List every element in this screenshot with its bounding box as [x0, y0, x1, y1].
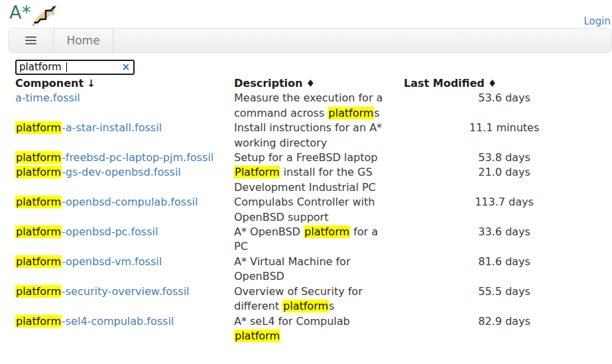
sort-diamond-icon: ♦ — [306, 78, 314, 90]
last-modified: 53.6 days — [404, 91, 605, 105]
component-description: A* seL4 for Compulab platform — [234, 314, 384, 344]
sort-down-arrow-icon: ↓ — [87, 78, 95, 90]
search-highlight: platform — [15, 225, 62, 238]
last-modified: 81.6 days — [404, 255, 605, 269]
column-header-last-modified[interactable]: Last Modified♦ — [404, 76, 605, 91]
search-highlight: platform — [15, 315, 62, 328]
component-description: A* OpenBSD platform for a PC — [234, 225, 384, 255]
search-highlight: platform — [234, 330, 280, 342]
main-menu: Home — [8, 28, 612, 53]
search-highlight: platform — [15, 151, 62, 164]
svg-text:s: s — [32, 22, 34, 27]
table-row: platform-freebsd-pc-laptop-pjm.fossil Se… — [15, 151, 612, 165]
last-modified: 33.6 days — [404, 225, 605, 239]
last-modified: 21.0 days — [404, 165, 605, 180]
login-link[interactable]: Login — [584, 15, 611, 27]
table-row: a-time.fossil Measure the execution for … — [15, 91, 612, 121]
component-description: Overview of Security for different platf… — [234, 284, 384, 314]
logo-text: A* — [9, 2, 31, 23]
search-highlight: platform — [15, 196, 62, 208]
last-modified: 113.7 days — [404, 195, 605, 210]
component-link[interactable]: platform-gs-dev-openbsd.fossil — [15, 166, 181, 178]
search-highlight: platform — [282, 300, 329, 312]
last-modified: 11.1 minutes — [404, 121, 605, 135]
component-link[interactable]: platform-openbsd-pc.fossil — [15, 225, 158, 238]
a-star-pathfinding-icon: s t — [32, 5, 58, 26]
sort-diamond-icon: ♦ — [488, 78, 497, 90]
table-row: platform-security-overview.fossil Overvi… — [15, 284, 612, 314]
text-caret — [66, 62, 67, 72]
component-link[interactable]: platform-sel4-compulab.fossil — [15, 315, 174, 328]
menu-spacer — [113, 29, 611, 52]
component-description: Measure the execution for a command acro… — [234, 91, 384, 121]
site-header: A* s t Login — [0, 0, 612, 28]
component-link[interactable]: a-time.fossil — [15, 91, 80, 104]
component-description: A* Virtual Machine for OpenBSD — [234, 255, 384, 284]
table-row: platform-sel4-compulab.fossil A* seL4 fo… — [15, 314, 612, 344]
search-highlight: platform — [328, 107, 374, 119]
column-header-description[interactable]: Description♦ — [234, 76, 404, 91]
component-description: Install instructions for an A* working d… — [234, 121, 384, 151]
search-highlight: platform — [304, 225, 350, 238]
table-row: platform-openbsd-compulab.fossil Compula… — [15, 195, 612, 225]
search-box: × — [15, 60, 135, 75]
table-row: platform-a-star-install.fossil Install i… — [15, 121, 612, 151]
search-highlight: platform — [15, 166, 62, 178]
component-description: Compulabs Controller with OpenBSD suppor… — [234, 195, 384, 225]
search-highlight: platform — [15, 255, 62, 268]
table-body: a-time.fossil Measure the execution for … — [15, 91, 612, 343]
table-row: platform-openbsd-vm.fossil A* Virtual Ma… — [15, 255, 612, 284]
component-link[interactable]: platform-freebsd-pc-laptop-pjm.fossil — [15, 151, 214, 164]
clear-search-icon[interactable]: × — [121, 60, 130, 74]
component-link[interactable]: platform-security-overview.fossil — [15, 285, 190, 298]
last-modified: 55.5 days — [404, 284, 605, 299]
menu-toggle-button[interactable] — [9, 29, 54, 52]
component-description: Setup for a FreeBSD laptop — [234, 151, 384, 165]
search-highlight: Platform — [234, 166, 280, 178]
table-row: platform-openbsd-pc.fossil A* OpenBSD pl… — [15, 225, 612, 255]
component-link[interactable]: platform-a-star-install.fossil — [15, 121, 162, 134]
site-logo[interactable]: A* s t — [9, 2, 58, 26]
column-header-component[interactable]: Component↓ — [15, 76, 234, 91]
last-modified: 82.9 days — [404, 314, 605, 329]
component-description: Platform install for the GS Development … — [234, 165, 384, 195]
main-content: × Component↓ Description♦ Last Modified♦… — [0, 53, 612, 343]
table-header: Component↓ Description♦ Last Modified♦ — [15, 76, 612, 91]
search-highlight: platform — [15, 285, 62, 298]
component-table: Component↓ Description♦ Last Modified♦ a… — [15, 76, 612, 343]
table-row: platform-gs-dev-openbsd.fossil Platform … — [15, 165, 612, 195]
svg-text:t: t — [54, 5, 56, 9]
hamburger-icon — [25, 36, 36, 44]
component-link[interactable]: platform-openbsd-compulab.fossil — [15, 196, 198, 208]
last-modified: 53.8 days — [404, 151, 605, 165]
search-highlight: platform — [15, 121, 62, 134]
component-link[interactable]: platform-openbsd-vm.fossil — [15, 255, 162, 268]
nav-item-home[interactable]: Home — [54, 29, 113, 52]
search-input[interactable] — [15, 60, 135, 75]
